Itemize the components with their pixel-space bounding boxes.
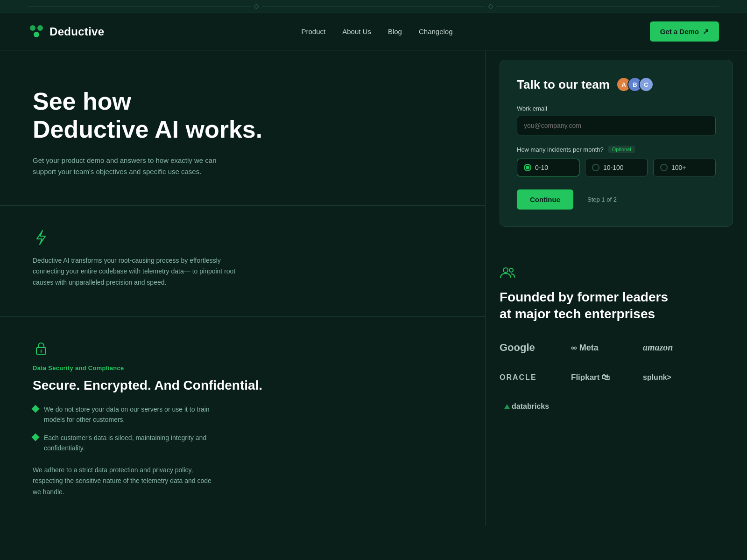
oracle-logo: ORACLE	[500, 370, 562, 385]
radio-100plus[interactable]: 100+	[653, 159, 716, 176]
top-bar-diamond-left	[254, 4, 259, 9]
top-bar-diamond-right	[488, 4, 493, 9]
get-demo-label: Get a Demo	[660, 28, 699, 35]
step-indicator: Step 1 of 2	[587, 196, 617, 203]
amazon-logo: amazon	[643, 340, 705, 357]
main-container: See how Deductive AI works. Get your pro…	[0, 50, 747, 526]
continue-button[interactable]: Continue	[517, 189, 573, 210]
svg-point-5	[503, 268, 508, 273]
avatar-3: C	[639, 77, 654, 92]
nav-about[interactable]: About Us	[342, 28, 371, 35]
radio-10-100[interactable]: 10-100	[585, 159, 648, 176]
lock-icon	[33, 340, 49, 357]
nav-changelog[interactable]: Changelog	[419, 28, 453, 35]
radio-0-10[interactable]: 0-10	[517, 159, 579, 176]
security-bullet-1: We do not store your data on our servers…	[33, 404, 210, 425]
top-bar	[0, 0, 747, 13]
incidents-label: How many incidents per month? Optional	[517, 146, 716, 153]
radio-dot-100plus	[660, 164, 668, 171]
svg-text:splunk>: splunk>	[643, 373, 671, 381]
optional-badge: Optional	[608, 146, 635, 153]
nav-blog[interactable]: Blog	[388, 28, 402, 35]
security-footer: We adhere to a strict data protection an…	[33, 465, 219, 498]
form-area: Talk to our team A B C Work email How ma…	[486, 50, 747, 241]
arrow-up-right-icon: ↗	[703, 27, 709, 36]
founded-title: Founded by former leaders at major tech …	[500, 289, 733, 323]
lightning-icon	[33, 229, 49, 246]
diamond-bullet-2	[32, 433, 40, 441]
form-actions: Continue Step 1 of 2	[517, 189, 716, 210]
google-logo: Google	[500, 340, 562, 357]
get-demo-button[interactable]: Get a Demo ↗	[650, 21, 719, 42]
svg-point-0	[30, 25, 35, 31]
svg-point-2	[34, 32, 39, 37]
svg-marker-13	[504, 404, 510, 409]
team-avatars: A B C	[616, 77, 654, 92]
radio-dot-0-10	[524, 164, 531, 171]
security-section: Data Security and Compliance Secure. Enc…	[0, 317, 485, 526]
feature-section: Deductive AI transforms your root-causin…	[0, 206, 485, 317]
splunk-logo: splunk>	[643, 370, 705, 385]
logo-link[interactable]: Deductive	[28, 23, 104, 40]
radio-dot-10-100	[592, 164, 599, 171]
hero-subtitle: Get your product demo and answers to how…	[33, 155, 219, 177]
radio-group: 0-10 10-100 100+	[517, 159, 716, 176]
hero-line2: Deductive AI works.	[33, 116, 262, 143]
form-card: Talk to our team A B C Work email How ma…	[500, 60, 733, 227]
svg-text:amazon: amazon	[643, 342, 673, 352]
email-input[interactable]	[517, 116, 716, 135]
left-side: See how Deductive AI works. Get your pro…	[0, 50, 486, 526]
security-bullet-2: Each customer's data is siloed, maintain…	[33, 433, 210, 454]
top-bar-line-right	[262, 6, 485, 7]
email-label: Work email	[517, 105, 716, 112]
founded-section: Founded by former leaders at major tech …	[486, 241, 747, 438]
svg-text:Flipkart 🛍: Flipkart 🛍	[571, 373, 610, 382]
svg-point-6	[509, 268, 513, 272]
databricks-logo: databricks	[500, 399, 562, 414]
diamond-bullet-1	[32, 405, 40, 413]
right-side: Talk to our team A B C Work email How ma…	[486, 50, 747, 526]
company-logos-grid: Google ∞ Meta amazon	[500, 340, 705, 414]
logo-text: Deductive	[49, 25, 104, 38]
navbar: Deductive Product About Us Blog Changelo…	[0, 13, 747, 50]
nav-product[interactable]: Product	[302, 28, 326, 35]
svg-text:databricks: databricks	[512, 402, 549, 410]
flipkart-logo: Flipkart 🛍	[571, 370, 633, 385]
logo-icon	[28, 23, 45, 40]
feature-description: Deductive AI transforms your root-causin…	[33, 255, 238, 288]
hero-title: See how Deductive AI works.	[33, 88, 452, 144]
svg-text:Google: Google	[500, 342, 535, 353]
top-bar-line-end	[496, 6, 719, 7]
meta-logo: ∞ Meta	[571, 340, 633, 357]
security-label: Data Security and Compliance	[33, 364, 452, 371]
top-bar-line-left	[28, 6, 251, 7]
svg-text:∞ Meta: ∞ Meta	[571, 343, 599, 352]
hero-line1: See how	[33, 88, 131, 115]
form-card-title: Talk to our team A B C	[517, 77, 716, 92]
security-title: Secure. Encrypted. And Confidential.	[33, 378, 452, 393]
svg-point-1	[37, 25, 43, 31]
people-icon	[500, 265, 516, 281]
nav-links: Product About Us Blog Changelog	[302, 28, 453, 36]
svg-text:ORACLE: ORACLE	[500, 373, 537, 381]
security-list: We do not store your data on our servers…	[33, 404, 452, 454]
hero-section: See how Deductive AI works. Get your pro…	[0, 50, 485, 206]
